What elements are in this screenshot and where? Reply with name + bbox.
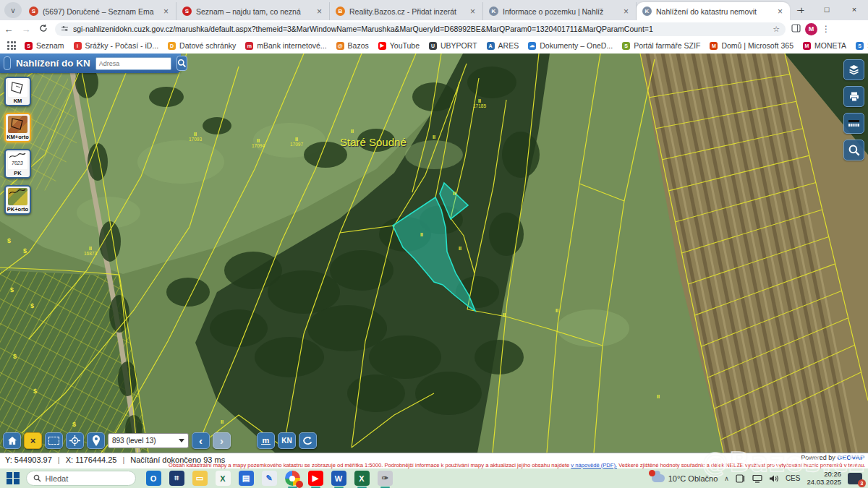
measure-button[interactable]: m	[257, 432, 275, 449]
bookmark-item[interactable]: DDatové schránky	[168, 41, 236, 50]
scale-bar-button[interactable]	[843, 113, 864, 134]
home-button[interactable]	[3, 432, 21, 449]
browser-tab[interactable]: S(5697) Doručené – Seznam Ema×	[23, 2, 176, 20]
bookmark-item[interactable]: mmBank internetové...	[245, 41, 326, 50]
weather-widget[interactable]: 10°C Oblačno	[652, 474, 718, 483]
site-info-icon[interactable]	[61, 25, 69, 34]
layer-button-km-orto[interactable]: KM+orto	[4, 113, 31, 142]
bookmark-item[interactable]: MDomů | Microsoft 365	[710, 41, 793, 50]
bookmark-label: ARES	[498, 41, 519, 50]
bookmark-favicon: A	[487, 42, 495, 50]
powered-by: Powered by GEOVAP	[801, 454, 864, 461]
reload-icon[interactable]	[35, 24, 52, 35]
svg-text:II: II	[433, 134, 435, 140]
outlook-icon[interactable]: O	[146, 471, 161, 486]
browser-tab[interactable]: KInformace o pozemku | Nahlíž×	[483, 2, 637, 20]
notes-doc-icon[interactable]: ✎	[262, 471, 277, 486]
address-search-input[interactable]	[95, 57, 171, 70]
keyboard-lang[interactable]: CES	[786, 474, 801, 482]
forward-icon[interactable]: →	[17, 24, 35, 35]
pk-thumbnail-icon: 7023	[8, 152, 27, 169]
excel-icon[interactable]: X	[354, 471, 370, 486]
layer-button-pk[interactable]: 7023 PK	[4, 149, 31, 179]
help-pdf-link[interactable]: v nápovědě (PDF).	[571, 462, 617, 468]
bookmark-label: Srážky - Počasí - iD...	[85, 41, 159, 50]
bookmark-item[interactable]: @Bazos	[336, 41, 369, 50]
bookmark-star-icon[interactable]: ☆	[773, 25, 780, 34]
address-search-button[interactable]	[176, 56, 187, 71]
cadastral-map[interactable]: II17093II17094II17097IIIIII17185II16873I…	[0, 53, 868, 453]
close-button[interactable]: ×	[841, 0, 868, 19]
tab-close-icon[interactable]: ×	[162, 7, 170, 17]
network-icon[interactable]	[752, 474, 762, 483]
layer-button-km[interactable]: KM	[4, 77, 31, 106]
tab-close-icon[interactable]: ×	[469, 7, 477, 17]
geovap-link[interactable]: GEOVAP	[837, 454, 864, 461]
minimize-button[interactable]: –	[786, 0, 813, 19]
tab-search-icon[interactable]: v	[4, 2, 22, 18]
history-back-button[interactable]: ‹	[192, 432, 210, 449]
back-icon[interactable]: ←	[0, 24, 17, 35]
tab-close-icon[interactable]: ×	[776, 7, 784, 17]
svg-text:$: $	[30, 302, 34, 309]
profile-avatar[interactable]: M	[805, 23, 817, 35]
side-panel-icon[interactable]	[791, 24, 801, 34]
rect-select-button[interactable]	[45, 432, 63, 449]
file-explorer-icon[interactable]: ▭	[192, 471, 208, 486]
browser-tab[interactable]: KNahlížení do katastru nemovit×	[637, 2, 790, 20]
tray-chevron-icon[interactable]: ∧	[724, 475, 729, 482]
bookmark-label: mBank internetové...	[257, 41, 326, 50]
notification-center-icon[interactable]: 3	[848, 473, 862, 484]
location-pin-button[interactable]	[87, 432, 105, 449]
layer-button-pk-orto[interactable]: PK+orto	[4, 185, 31, 215]
url-text[interactable]: sgi-nahlizenidokn.cuzk.gov.cz/marushka/d…	[73, 25, 768, 33]
bookmark-favicon: @	[336, 42, 344, 50]
place-label: Staré Soudné	[340, 136, 407, 148]
url-bar[interactable]: sgi-nahlizenidokn.cuzk.gov.cz/marushka/d…	[55, 22, 786, 36]
kn-info-button[interactable]: KN	[278, 432, 296, 449]
menu-hamburger-icon[interactable]	[4, 56, 11, 70]
bookmark-item[interactable]: ▶YouTube	[378, 41, 420, 50]
zoom-level-select[interactable]: 893 (level 13)	[108, 433, 189, 448]
clock[interactable]: 20:26 24.03.2025	[807, 471, 841, 486]
browser-menu-icon[interactable]: ⋮	[822, 24, 830, 34]
browser-tab[interactable]: BReality.Bazos.cz - Přidat inzerát×	[330, 2, 483, 20]
bookmark-item[interactable]: SSeznam	[25, 41, 64, 50]
map-search-button[interactable]	[843, 140, 864, 160]
bookmark-item[interactable]: SStav elektrárny - SE...	[856, 41, 868, 50]
chrome-icon[interactable]	[285, 471, 300, 486]
word-icon[interactable]: W	[331, 471, 346, 486]
tab-close-icon[interactable]: ×	[315, 7, 323, 17]
save-floppy-icon[interactable]: ▤	[239, 471, 254, 486]
excel-file-icon[interactable]: X	[216, 471, 231, 486]
youtube-icon[interactable]: ▶	[308, 471, 323, 486]
bookmark-item[interactable]: UUBYPORT	[429, 41, 477, 50]
office-hub-icon[interactable]: ⌗	[169, 471, 184, 486]
clear-selection-button[interactable]: ×	[24, 432, 42, 449]
center-target-button[interactable]	[66, 432, 84, 449]
bookmark-label: MONETA	[814, 41, 846, 50]
taskbar-search-placeholder: Hledat	[46, 474, 69, 483]
pen-device-icon[interactable]	[736, 474, 746, 483]
bookmark-item[interactable]: iSrážky - Počasí - iD...	[74, 41, 159, 50]
bookmark-item[interactable]: SPortál farmáře SZIF	[622, 41, 700, 50]
print-button[interactable]	[843, 86, 864, 107]
bookmark-item[interactable]: MMONETA	[803, 41, 846, 50]
windows-start-icon[interactable]	[7, 472, 20, 485]
svg-text:II: II	[194, 132, 197, 137]
maximize-button[interactable]: □	[813, 0, 841, 19]
taskbar-search-input[interactable]: Hledat	[26, 471, 136, 486]
history-forward-button[interactable]: ›	[213, 432, 231, 449]
layers-button[interactable]	[843, 59, 864, 80]
browser-tab[interactable]: SSeznam – najdu tam, co nezná×	[176, 2, 330, 20]
pen-tool-icon[interactable]: ✑	[378, 471, 393, 486]
map-viewport[interactable]: II17093II17094II17097IIIIII17185II16873I…	[0, 53, 868, 453]
window-controls: – □ ×	[786, 0, 868, 19]
svg-text:II: II	[295, 137, 298, 142]
speaker-icon[interactable]	[769, 474, 779, 483]
tab-close-icon[interactable]: ×	[622, 7, 630, 17]
bookmark-item[interactable]: ☁Dokumenty – OneD...	[528, 41, 613, 50]
pan-rotate-button[interactable]	[299, 432, 317, 449]
apps-grid-icon[interactable]	[7, 41, 16, 50]
bookmark-item[interactable]: AARES	[487, 41, 519, 50]
